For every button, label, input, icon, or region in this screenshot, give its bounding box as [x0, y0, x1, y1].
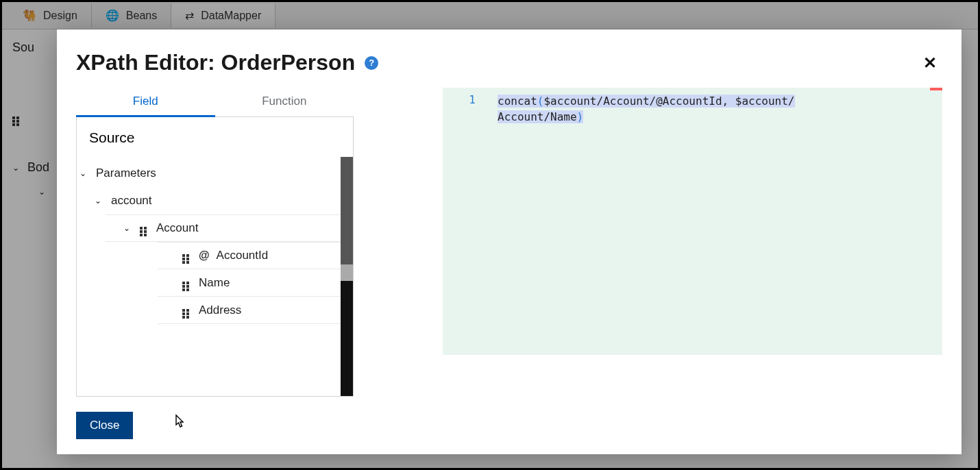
code-token-paren: ( — [537, 95, 544, 108]
code-token-paren: ) — [577, 110, 584, 123]
code-gutter: 1 — [443, 88, 484, 355]
chevron-down-icon: ⌄ — [123, 223, 133, 233]
close-icon[interactable]: ✕ — [918, 51, 942, 75]
xpath-editor-modal: XPath Editor: OrderPerson ? ✕ Field Func… — [57, 29, 961, 454]
grip-icon[interactable] — [182, 309, 192, 312]
source-panel: Field Function Source ⌄ Parameters ⌄ acc… — [76, 88, 354, 397]
code-content[interactable]: concat($account/Account/@AccountId, $acc… — [498, 93, 942, 125]
modal-header: XPath Editor: OrderPerson ? ✕ — [76, 50, 942, 75]
grip-icon[interactable] — [182, 254, 192, 257]
modal-title: XPath Editor: OrderPerson — [76, 50, 355, 75]
tree-node-name[interactable]: Name — [158, 269, 341, 297]
tree-label: Address — [199, 304, 241, 317]
tree-node-accountid[interactable]: @ AccountId — [158, 242, 341, 269]
tree-label: AccountId — [217, 249, 269, 262]
code-token-arg: Account/Name — [498, 110, 577, 123]
tree-node-account-var[interactable]: ⌄ account — [77, 187, 341, 214]
code-token-arg: $account/Account/@AccountId — [543, 95, 722, 108]
tree-label: Account — [156, 221, 198, 235]
line-number: 1 — [443, 93, 476, 106]
tree-node-account[interactable]: ⌄ Account — [106, 214, 341, 242]
help-icon[interactable]: ? — [365, 56, 378, 70]
close-button[interactable]: Close — [76, 412, 133, 439]
source-tree: ⌄ Parameters ⌄ account ⌄ Account — [77, 157, 341, 327]
source-heading: Source — [77, 117, 353, 157]
attribute-icon: @ — [199, 249, 210, 262]
code-token-comma: , — [722, 95, 735, 108]
panel-tabs: Field Function — [76, 88, 354, 117]
code-editor[interactable]: 1 concat($account/Account/@AccountId, $a… — [443, 88, 942, 355]
tree-node-address[interactable]: Address — [158, 297, 341, 324]
chevron-down-icon: ⌄ — [79, 169, 89, 178]
code-token-fn: concat — [498, 95, 537, 108]
tab-function[interactable]: Function — [215, 88, 354, 116]
tree-node-parameters[interactable]: ⌄ Parameters — [77, 160, 341, 187]
chevron-down-icon: ⌄ — [95, 196, 104, 206]
tab-field[interactable]: Field — [76, 88, 215, 117]
error-marker — [930, 88, 942, 90]
tree-label: Parameters — [96, 166, 156, 180]
grip-icon[interactable] — [182, 282, 192, 284]
code-token-arg: $account/ — [735, 95, 795, 108]
grip-icon[interactable] — [140, 227, 149, 230]
modal-footer: Close — [76, 412, 942, 439]
tree-scrollbar[interactable] — [341, 157, 353, 396]
tree-label: account — [111, 194, 152, 208]
tree-label: Name — [199, 276, 230, 290]
